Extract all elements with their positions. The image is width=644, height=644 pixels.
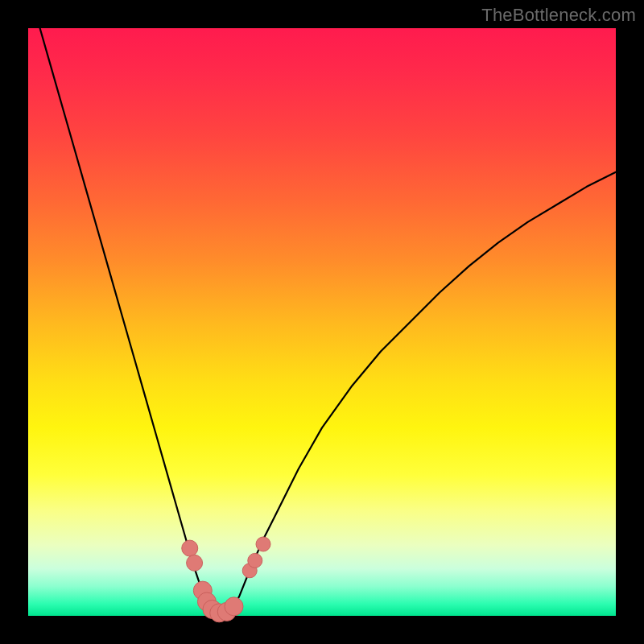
data-point bbox=[225, 597, 243, 616]
plot-area bbox=[28, 28, 616, 616]
data-points-group bbox=[182, 537, 270, 622]
watermark-label: TheBottleneck.com bbox=[481, 5, 636, 26]
data-point bbox=[256, 537, 270, 551]
data-point bbox=[248, 553, 262, 568]
chart-svg bbox=[28, 28, 616, 616]
data-point bbox=[187, 555, 203, 571]
bottleneck-curve bbox=[28, 0, 616, 614]
data-point bbox=[182, 540, 198, 556]
chart-frame: TheBottleneck.com bbox=[0, 0, 644, 644]
